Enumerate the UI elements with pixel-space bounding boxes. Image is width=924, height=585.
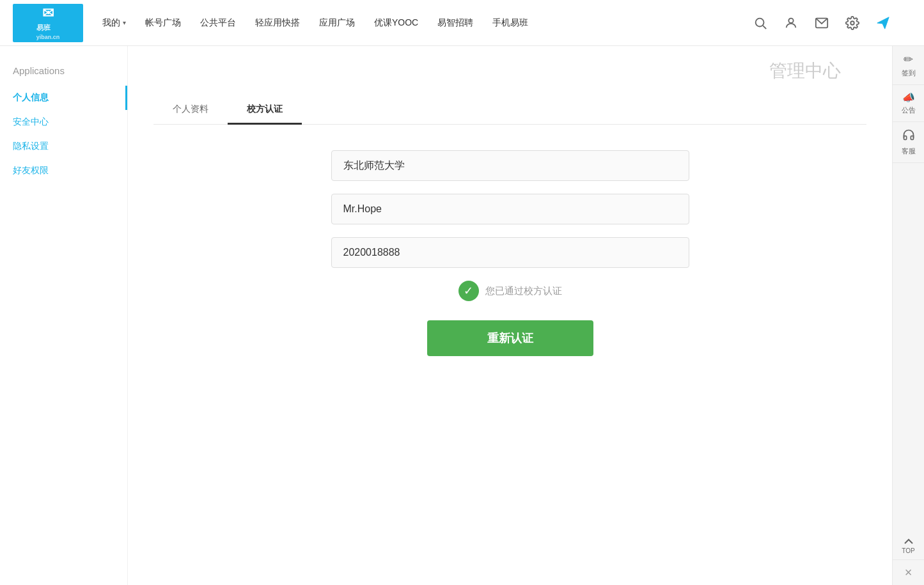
tab-school-verification[interactable]: 校方认证 — [228, 96, 302, 125]
back-to-top-button[interactable]: TOP — [893, 533, 924, 560]
settings-icon[interactable] — [843, 14, 861, 32]
tab-bar: 个人资料 校方认证 — [153, 96, 866, 125]
page-header: 管理中心 — [153, 46, 866, 96]
field-student-id — [331, 237, 689, 268]
main-container: Applications 个人信息 安全中心 隐私设置 好友权限 管理中心 个人… — [0, 46, 892, 585]
check-circle-icon: ✓ — [458, 281, 479, 301]
sidebar-item-friends[interactable]: 好友权限 — [0, 159, 127, 183]
svg-marker-5 — [877, 17, 889, 28]
checkin-button[interactable]: ✏ 签到 — [893, 46, 924, 85]
main-nav: 我的 ▾ 帐号广场 公共平台 轻应用快搭 应用广场 优课YOOC 易智招聘 手机… — [102, 17, 528, 29]
mail-icon[interactable] — [813, 14, 831, 32]
tab-personal-profile[interactable]: 个人资料 — [153, 96, 228, 125]
sidebar-item-privacy[interactable]: 隐私设置 — [0, 134, 127, 159]
nav-item-recruit[interactable]: 易智招聘 — [437, 17, 473, 29]
name-input[interactable] — [331, 194, 689, 224]
close-sidebar-button[interactable]: × — [893, 560, 924, 585]
nav-item-mine[interactable]: 我的 ▾ — [102, 17, 126, 29]
sidebar-item-security[interactable]: 安全中心 — [0, 110, 127, 134]
svg-line-1 — [763, 26, 766, 29]
chevron-down-icon: ▾ — [123, 19, 126, 26]
page-title: 管理中心 — [769, 59, 841, 83]
right-sidebar: ✏ 签到 📣 公告 客服 TOP × — [892, 46, 924, 585]
customer-service-button[interactable]: 客服 — [893, 122, 924, 163]
nav-item-public[interactable]: 公共平台 — [200, 17, 236, 29]
checkin-icon: ✏ — [904, 52, 913, 66]
announcement-button[interactable]: 📣 公告 — [893, 85, 924, 122]
field-name — [331, 194, 689, 224]
nav-item-app-market[interactable]: 应用广场 — [319, 17, 355, 29]
logo-icon: ✉ — [42, 5, 54, 22]
nav-item-light-app[interactable]: 轻应用快搭 — [255, 17, 300, 29]
form-area: ✓ 您已通过校方认证 重新认证 — [331, 150, 689, 356]
svg-point-0 — [756, 18, 764, 26]
user-icon[interactable] — [782, 14, 800, 32]
svg-point-2 — [788, 18, 793, 22]
field-school — [331, 150, 689, 181]
status-text: 您已通过校方认证 — [485, 285, 562, 297]
content-area: 管理中心 个人资料 校方认证 ✓ 您已通过校方认证 重新认证 — [128, 46, 892, 585]
nav-item-yooc[interactable]: 优课YOOC — [374, 17, 418, 29]
nav-item-mobile[interactable]: 手机易班 — [492, 17, 528, 29]
announcement-icon: 📣 — [902, 91, 915, 104]
left-sidebar: Applications 个人信息 安全中心 隐私设置 好友权限 — [0, 46, 128, 585]
verification-status: ✓ 您已通过校方认证 — [331, 281, 689, 301]
logo[interactable]: ✉ 易班 yiban.cn — [13, 4, 83, 42]
nav-item-account[interactable]: 帐号广场 — [145, 17, 181, 29]
search-icon[interactable] — [751, 14, 769, 32]
header-right — [751, 14, 892, 32]
re-verify-button[interactable]: 重新认证 — [427, 320, 593, 356]
logo-text: 易班 yiban.cn — [36, 23, 60, 40]
send-icon[interactable] — [874, 14, 892, 32]
customer-service-icon — [902, 129, 915, 144]
school-input[interactable] — [331, 150, 689, 181]
svg-point-4 — [850, 21, 854, 25]
header: ✉ 易班 yiban.cn 我的 ▾ 帐号广场 公共平台 轻应用快搭 应用广场 … — [0, 0, 924, 46]
sidebar-section-title: Applications — [0, 59, 127, 86]
student-id-input[interactable] — [331, 237, 689, 268]
sidebar-item-personal-info[interactable]: 个人信息 — [0, 86, 127, 110]
